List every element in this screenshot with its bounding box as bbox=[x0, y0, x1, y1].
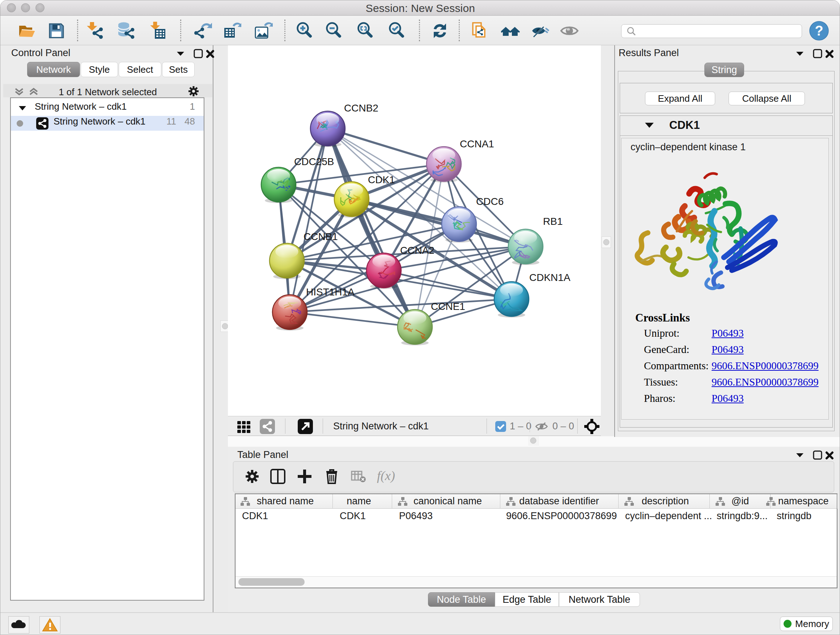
svg-text:CCNB2: CCNB2 bbox=[344, 103, 378, 114]
svg-text:CDK1: CDK1 bbox=[368, 174, 395, 185]
svg-text:CDC6: CDC6 bbox=[476, 196, 504, 207]
svg-text:CCNB1: CCNB1 bbox=[303, 231, 338, 242]
svg-text:CDC25B: CDC25B bbox=[294, 156, 334, 167]
svg-text:CCNA2: CCNA2 bbox=[400, 245, 434, 256]
svg-text:RB1: RB1 bbox=[543, 216, 562, 227]
svg-text:?: ? bbox=[815, 23, 823, 38]
svg-text:CCNE1: CCNE1 bbox=[431, 301, 465, 312]
svg-text:CCNA1: CCNA1 bbox=[460, 138, 494, 149]
svg-text:HIST1H1A: HIST1H1A bbox=[306, 287, 355, 298]
svg-text:CDKN1A: CDKN1A bbox=[529, 272, 570, 283]
